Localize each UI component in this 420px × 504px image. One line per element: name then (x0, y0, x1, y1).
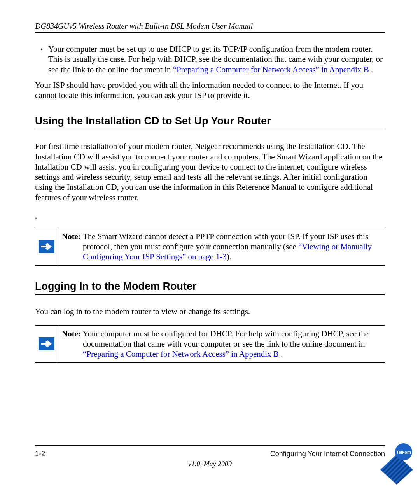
footer-section-title: Configuring Your Internet Connection (270, 450, 385, 458)
login-paragraph: You can log in to the modem router to vi… (35, 306, 385, 317)
footer-page-number: 1-2 (35, 450, 45, 458)
note-arrow-icon (35, 228, 58, 265)
bullet-marker: • (35, 44, 48, 75)
installation-cd-paragraph: For first-time installation of your mode… (35, 141, 385, 203)
note-label: Note: (62, 232, 81, 241)
heading-installation-cd: Using the Installation CD to Set Up Your… (35, 115, 385, 130)
link-appendix-b-2[interactable]: “Preparing a Computer for Network Access… (83, 349, 279, 359)
note-box-smart-wizard: Note: The Smart Wizard cannot detect a P… (35, 228, 385, 266)
heading-logging-in: Logging In to the Modem Router (35, 280, 385, 295)
note-label: Note: (62, 329, 81, 338)
footer-rule (35, 445, 385, 446)
note1-post: ). (227, 252, 231, 261)
link-appendix-b[interactable]: “Preparing a Computer for Network Access… (173, 65, 369, 74)
footer-version: v1.0, May 2009 (35, 460, 385, 468)
page-header: DG834GUv5 Wireless Router with Built-in … (35, 22, 385, 33)
svg-text:Telkom: Telkom (396, 450, 411, 455)
note-box-dhcp: Note: Your computer must be configured f… (35, 325, 385, 363)
telkom-logo: Telkom (379, 441, 415, 485)
bullet-item: • Your computer must be set up to use DH… (35, 44, 385, 75)
stray-dot: . (35, 211, 385, 221)
isp-paragraph: Your ISP should have provided you with a… (35, 80, 385, 101)
note2-pre: Your computer must be configured for DHC… (81, 329, 369, 348)
note2-post: . (279, 349, 283, 359)
note-arrow-icon (35, 326, 58, 362)
bullet-text-post: . (369, 65, 373, 74)
